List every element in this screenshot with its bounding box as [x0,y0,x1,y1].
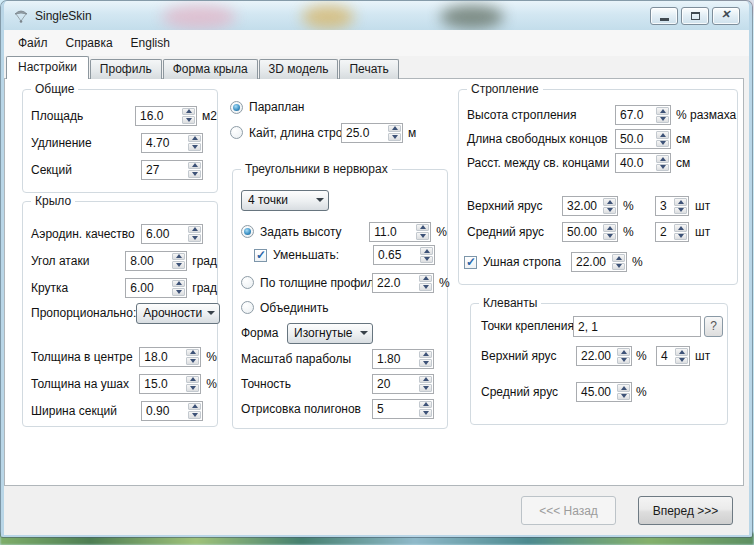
proportional-select[interactable]: Арочности [136,303,220,324]
spinner-down-button[interactable] [420,256,433,264]
sections-value[interactable]: 27 [142,161,187,179]
spinner-up-button[interactable] [419,376,432,384]
spinner-down-button[interactable] [419,283,432,291]
paraglider-radio[interactable] [230,101,243,114]
section-width-value[interactable]: 0.90 [142,402,187,420]
spinner-down-button[interactable] [186,357,199,365]
spinner-up-button[interactable] [188,403,201,411]
spinner-down-button[interactable] [617,357,630,365]
tab-3d-model[interactable]: 3D модель [259,59,339,79]
spinner-up-button[interactable] [172,280,185,288]
spinner-down-button[interactable] [182,116,195,124]
spinner-down-button[interactable] [612,263,625,271]
spinner-down-button[interactable] [388,133,401,141]
minimize-button[interactable] [650,7,678,25]
aoa-value[interactable]: 8.00 [126,252,171,270]
lines-top-tier-count-value[interactable]: 3 [656,197,673,215]
spinner-up-button[interactable] [388,125,401,133]
tab-settings[interactable]: Настройки [6,56,89,79]
spinner-up-button[interactable] [675,348,688,356]
lines-height-value[interactable]: 67.0 [616,106,655,124]
spinner-up-button[interactable] [188,162,201,170]
merge-radio[interactable] [241,301,254,314]
tab-wing-shape[interactable]: Форма крыла [163,59,258,79]
tip-thickness-value[interactable]: 15.0 [140,375,185,393]
set-height-value[interactable]: 11.0 [370,223,415,241]
aspect-value[interactable]: 4.70 [142,134,187,152]
forward-button[interactable]: Вперед >>> [638,496,733,525]
kite-line-length-value[interactable]: 25.0 [342,124,387,142]
spinner-up-button[interactable] [419,401,432,409]
glide-value[interactable]: 6.00 [142,225,187,243]
maximize-button[interactable] [681,7,709,25]
spinner-up-button[interactable] [656,131,669,139]
spinner-up-button[interactable] [182,108,195,116]
set-height-radio[interactable] [241,225,254,238]
lines-top-tier-value[interactable]: 32.00 [563,197,602,215]
spinner-down-button[interactable] [419,409,432,417]
spinner-down-button[interactable] [674,207,687,215]
spinner-down-button[interactable] [188,411,201,419]
spinner-down-button[interactable] [172,261,185,269]
tab-profile[interactable]: Профиль [90,59,162,79]
center-thickness-value[interactable]: 18.0 [140,348,185,366]
lines-mid-tier-value[interactable]: 50.00 [563,223,602,241]
brakes-top-tier-count-value[interactable]: 4 [657,347,674,365]
spinner-up-button[interactable] [612,254,625,262]
by-thickness-radio[interactable] [241,276,254,289]
titlebar[interactable]: SingleSkin [4,1,749,30]
twist-value[interactable]: 6.00 [126,279,171,297]
spinner-up-button[interactable] [674,198,687,206]
points-select[interactable]: 4 точки [241,190,329,211]
area-value[interactable]: 16.0 [136,107,181,125]
close-button[interactable] [712,7,740,25]
spinner-up-button[interactable] [656,107,669,115]
spinner-down-button[interactable] [416,232,429,240]
spinner-up-button[interactable] [419,275,432,283]
decrease-checkbox[interactable] [254,249,267,262]
spinner-up-button[interactable] [188,135,201,143]
spinner-down-button[interactable] [656,164,669,172]
shape-select[interactable]: Изогнутые [287,323,373,344]
by-thickness-value[interactable]: 22.0 [373,274,418,292]
spinner-up-button[interactable] [420,247,433,255]
attach-points-input[interactable]: 2, 1 [573,316,701,337]
spinner-down-button[interactable] [419,359,432,367]
tab-print[interactable]: Печать [339,59,398,79]
spinner-up-button[interactable] [186,349,199,357]
spinner-down-button[interactable] [188,170,201,178]
spinner-up-button[interactable] [603,224,616,232]
spinner-down-button[interactable] [674,233,687,241]
spinner-down-button[interactable] [419,384,432,392]
back-button[interactable]: <<< Назад [521,496,616,525]
ear-line-value[interactable]: 22.00 [572,253,611,271]
lines-mid-tier-count-value[interactable]: 2 [656,223,673,241]
brakes-mid-tier-value[interactable]: 45.00 [577,383,616,401]
parabola-scale-value[interactable]: 1.80 [373,350,418,368]
spinner-down-button[interactable] [603,233,616,241]
ear-line-checkbox[interactable] [464,256,477,269]
decrease-value[interactable]: 0.65 [374,246,419,264]
riser-length-value[interactable]: 50.0 [616,130,655,148]
spinner-up-button[interactable] [603,198,616,206]
menu-file[interactable]: Файл [9,32,57,54]
spinner-down-button[interactable] [617,393,630,401]
spinner-down-button[interactable] [188,234,201,242]
menu-help[interactable]: Справка [57,32,122,54]
spinner-up-button[interactable] [186,376,199,384]
spinner-up-button[interactable] [419,351,432,359]
spinner-down-button[interactable] [172,288,185,296]
attach-points-help-button[interactable]: ? [704,316,723,337]
spinner-down-button[interactable] [603,207,616,215]
riser-distance-value[interactable]: 40.0 [616,154,655,172]
spinner-up-button[interactable] [656,155,669,163]
spinner-up-button[interactable] [617,384,630,392]
spinner-up-button[interactable] [416,224,429,232]
spinner-down-button[interactable] [656,140,669,148]
polygons-value[interactable]: 5 [373,400,418,418]
menu-english[interactable]: English [122,32,179,54]
spinner-down-button[interactable] [188,143,201,151]
kite-radio[interactable] [230,126,243,139]
spinner-down-button[interactable] [186,384,199,392]
brakes-top-tier-value[interactable]: 22.00 [577,347,616,365]
